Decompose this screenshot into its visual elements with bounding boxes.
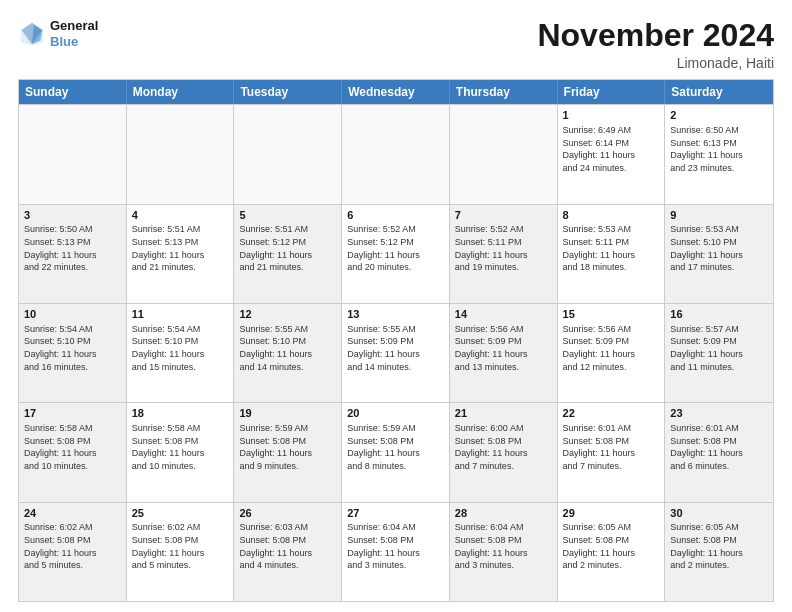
- day-info: Sunrise: 6:02 AM Sunset: 5:08 PM Dayligh…: [24, 521, 121, 571]
- calendar-cell-day-26: 26Sunrise: 6:03 AM Sunset: 5:08 PM Dayli…: [234, 503, 342, 601]
- day-number: 18: [132, 406, 229, 421]
- day-info: Sunrise: 5:55 AM Sunset: 5:09 PM Dayligh…: [347, 323, 444, 373]
- calendar: SundayMondayTuesdayWednesdayThursdayFrid…: [18, 79, 774, 602]
- calendar-cell-day-2: 2Sunrise: 6:50 AM Sunset: 6:13 PM Daylig…: [665, 105, 773, 203]
- calendar-cell-day-16: 16Sunrise: 5:57 AM Sunset: 5:09 PM Dayli…: [665, 304, 773, 402]
- day-number: 30: [670, 506, 768, 521]
- day-info: Sunrise: 5:53 AM Sunset: 5:10 PM Dayligh…: [670, 223, 768, 273]
- day-number: 12: [239, 307, 336, 322]
- calendar-body: 1Sunrise: 6:49 AM Sunset: 6:14 PM Daylig…: [19, 104, 773, 601]
- day-info: Sunrise: 5:58 AM Sunset: 5:08 PM Dayligh…: [132, 422, 229, 472]
- calendar-cell-empty: [342, 105, 450, 203]
- day-number: 5: [239, 208, 336, 223]
- weekday-header-friday: Friday: [558, 80, 666, 104]
- logo: General Blue: [18, 18, 98, 49]
- weekday-header-wednesday: Wednesday: [342, 80, 450, 104]
- day-info: Sunrise: 6:05 AM Sunset: 5:08 PM Dayligh…: [563, 521, 660, 571]
- day-number: 23: [670, 406, 768, 421]
- weekday-header-monday: Monday: [127, 80, 235, 104]
- day-number: 6: [347, 208, 444, 223]
- day-number: 2: [670, 108, 768, 123]
- calendar-cell-day-20: 20Sunrise: 5:59 AM Sunset: 5:08 PM Dayli…: [342, 403, 450, 501]
- day-number: 13: [347, 307, 444, 322]
- day-number: 26: [239, 506, 336, 521]
- day-number: 9: [670, 208, 768, 223]
- title-block: November 2024 Limonade, Haiti: [537, 18, 774, 71]
- day-number: 4: [132, 208, 229, 223]
- calendar-cell-day-9: 9Sunrise: 5:53 AM Sunset: 5:10 PM Daylig…: [665, 205, 773, 303]
- day-number: 8: [563, 208, 660, 223]
- weekday-header-sunday: Sunday: [19, 80, 127, 104]
- day-info: Sunrise: 6:04 AM Sunset: 5:08 PM Dayligh…: [455, 521, 552, 571]
- calendar-cell-empty: [19, 105, 127, 203]
- day-info: Sunrise: 5:51 AM Sunset: 5:13 PM Dayligh…: [132, 223, 229, 273]
- calendar-cell-day-19: 19Sunrise: 5:59 AM Sunset: 5:08 PM Dayli…: [234, 403, 342, 501]
- month-title: November 2024: [537, 18, 774, 53]
- day-info: Sunrise: 5:59 AM Sunset: 5:08 PM Dayligh…: [239, 422, 336, 472]
- calendar-cell-day-1: 1Sunrise: 6:49 AM Sunset: 6:14 PM Daylig…: [558, 105, 666, 203]
- day-number: 28: [455, 506, 552, 521]
- day-info: Sunrise: 5:56 AM Sunset: 5:09 PM Dayligh…: [563, 323, 660, 373]
- calendar-cell-day-17: 17Sunrise: 5:58 AM Sunset: 5:08 PM Dayli…: [19, 403, 127, 501]
- calendar-cell-day-18: 18Sunrise: 5:58 AM Sunset: 5:08 PM Dayli…: [127, 403, 235, 501]
- day-number: 16: [670, 307, 768, 322]
- weekday-header-tuesday: Tuesday: [234, 80, 342, 104]
- day-info: Sunrise: 6:01 AM Sunset: 5:08 PM Dayligh…: [670, 422, 768, 472]
- day-info: Sunrise: 5:54 AM Sunset: 5:10 PM Dayligh…: [132, 323, 229, 373]
- calendar-cell-day-7: 7Sunrise: 5:52 AM Sunset: 5:11 PM Daylig…: [450, 205, 558, 303]
- calendar-cell-day-15: 15Sunrise: 5:56 AM Sunset: 5:09 PM Dayli…: [558, 304, 666, 402]
- day-number: 25: [132, 506, 229, 521]
- calendar-cell-day-11: 11Sunrise: 5:54 AM Sunset: 5:10 PM Dayli…: [127, 304, 235, 402]
- logo-text: General Blue: [50, 18, 98, 49]
- day-number: 17: [24, 406, 121, 421]
- calendar-cell-empty: [127, 105, 235, 203]
- day-number: 7: [455, 208, 552, 223]
- day-number: 27: [347, 506, 444, 521]
- day-info: Sunrise: 5:56 AM Sunset: 5:09 PM Dayligh…: [455, 323, 552, 373]
- calendar-cell-day-30: 30Sunrise: 6:05 AM Sunset: 5:08 PM Dayli…: [665, 503, 773, 601]
- header: General Blue November 2024 Limonade, Hai…: [18, 18, 774, 71]
- day-info: Sunrise: 6:05 AM Sunset: 5:08 PM Dayligh…: [670, 521, 768, 571]
- day-info: Sunrise: 5:59 AM Sunset: 5:08 PM Dayligh…: [347, 422, 444, 472]
- day-info: Sunrise: 5:55 AM Sunset: 5:10 PM Dayligh…: [239, 323, 336, 373]
- weekday-header-saturday: Saturday: [665, 80, 773, 104]
- day-info: Sunrise: 5:52 AM Sunset: 5:12 PM Dayligh…: [347, 223, 444, 273]
- calendar-cell-day-27: 27Sunrise: 6:04 AM Sunset: 5:08 PM Dayli…: [342, 503, 450, 601]
- day-info: Sunrise: 6:00 AM Sunset: 5:08 PM Dayligh…: [455, 422, 552, 472]
- day-info: Sunrise: 5:57 AM Sunset: 5:09 PM Dayligh…: [670, 323, 768, 373]
- day-number: 11: [132, 307, 229, 322]
- day-info: Sunrise: 5:52 AM Sunset: 5:11 PM Dayligh…: [455, 223, 552, 273]
- calendar-cell-day-14: 14Sunrise: 5:56 AM Sunset: 5:09 PM Dayli…: [450, 304, 558, 402]
- day-number: 29: [563, 506, 660, 521]
- calendar-cell-empty: [234, 105, 342, 203]
- day-info: Sunrise: 5:54 AM Sunset: 5:10 PM Dayligh…: [24, 323, 121, 373]
- calendar-cell-day-13: 13Sunrise: 5:55 AM Sunset: 5:09 PM Dayli…: [342, 304, 450, 402]
- day-number: 15: [563, 307, 660, 322]
- calendar-cell-day-6: 6Sunrise: 5:52 AM Sunset: 5:12 PM Daylig…: [342, 205, 450, 303]
- day-number: 14: [455, 307, 552, 322]
- calendar-row-5: 24Sunrise: 6:02 AM Sunset: 5:08 PM Dayli…: [19, 502, 773, 601]
- calendar-cell-empty: [450, 105, 558, 203]
- calendar-cell-day-3: 3Sunrise: 5:50 AM Sunset: 5:13 PM Daylig…: [19, 205, 127, 303]
- calendar-cell-day-23: 23Sunrise: 6:01 AM Sunset: 5:08 PM Dayli…: [665, 403, 773, 501]
- calendar-cell-day-24: 24Sunrise: 6:02 AM Sunset: 5:08 PM Dayli…: [19, 503, 127, 601]
- day-info: Sunrise: 6:02 AM Sunset: 5:08 PM Dayligh…: [132, 521, 229, 571]
- day-number: 3: [24, 208, 121, 223]
- calendar-cell-day-4: 4Sunrise: 5:51 AM Sunset: 5:13 PM Daylig…: [127, 205, 235, 303]
- day-number: 10: [24, 307, 121, 322]
- calendar-header: SundayMondayTuesdayWednesdayThursdayFrid…: [19, 80, 773, 104]
- location: Limonade, Haiti: [537, 55, 774, 71]
- calendar-cell-day-8: 8Sunrise: 5:53 AM Sunset: 5:11 PM Daylig…: [558, 205, 666, 303]
- calendar-cell-day-21: 21Sunrise: 6:00 AM Sunset: 5:08 PM Dayli…: [450, 403, 558, 501]
- calendar-cell-day-29: 29Sunrise: 6:05 AM Sunset: 5:08 PM Dayli…: [558, 503, 666, 601]
- day-info: Sunrise: 6:01 AM Sunset: 5:08 PM Dayligh…: [563, 422, 660, 472]
- day-number: 22: [563, 406, 660, 421]
- calendar-cell-day-28: 28Sunrise: 6:04 AM Sunset: 5:08 PM Dayli…: [450, 503, 558, 601]
- day-number: 24: [24, 506, 121, 521]
- calendar-cell-day-25: 25Sunrise: 6:02 AM Sunset: 5:08 PM Dayli…: [127, 503, 235, 601]
- day-info: Sunrise: 6:03 AM Sunset: 5:08 PM Dayligh…: [239, 521, 336, 571]
- day-number: 19: [239, 406, 336, 421]
- day-info: Sunrise: 5:58 AM Sunset: 5:08 PM Dayligh…: [24, 422, 121, 472]
- calendar-cell-day-5: 5Sunrise: 5:51 AM Sunset: 5:12 PM Daylig…: [234, 205, 342, 303]
- calendar-row-4: 17Sunrise: 5:58 AM Sunset: 5:08 PM Dayli…: [19, 402, 773, 501]
